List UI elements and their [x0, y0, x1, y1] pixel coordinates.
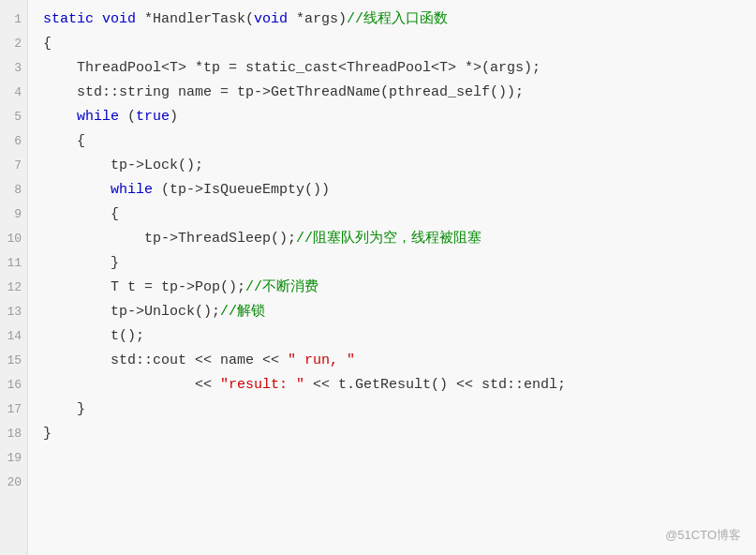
code-line-18: << "result: " << t.GetResult() << std::e…: [43, 373, 756, 398]
code-line-4: std::string name = tp->GetThreadName(pth…: [43, 81, 756, 105]
code-line-14: tp->Unlock();//解锁: [43, 300, 756, 324]
code-line-12: }: [43, 251, 756, 276]
code-line-6: {: [43, 129, 756, 154]
code-line-19: }: [43, 398, 756, 422]
code-line-16: t();: [43, 324, 756, 349]
watermark: @51CTO博客: [665, 527, 741, 544]
code-line-2: {: [43, 32, 756, 56]
code-line-7: tp->Lock();: [43, 154, 756, 178]
code-content: static void *HandlerTask(void *args)//线程…: [28, 0, 756, 555]
code-line-9: while (tp->IsQueueEmpty()): [43, 178, 756, 202]
code-line-13: T t = tp->Pop();//不断消费: [43, 276, 756, 300]
code-container: 1 2 3 4 5 6 7 8 9 10 11 12 13 14 15 16 1…: [0, 0, 756, 555]
code-line-11: tp->ThreadSleep();//阻塞队列为空，线程被阻塞: [43, 227, 756, 251]
code-line-17: std::cout << name << " run, ": [43, 349, 756, 373]
code-line-10: {: [43, 202, 756, 227]
code-line-20: }: [43, 422, 756, 446]
code-line-5: while (true): [43, 105, 756, 129]
line-numbers: 1 2 3 4 5 6 7 8 9 10 11 12 13 14 15 16 1…: [0, 0, 28, 555]
code-line-1: static void *HandlerTask(void *args)//线程…: [43, 8, 756, 32]
code-line-3: ThreadPool<T> *tp = static_cast<ThreadPo…: [43, 56, 756, 81]
